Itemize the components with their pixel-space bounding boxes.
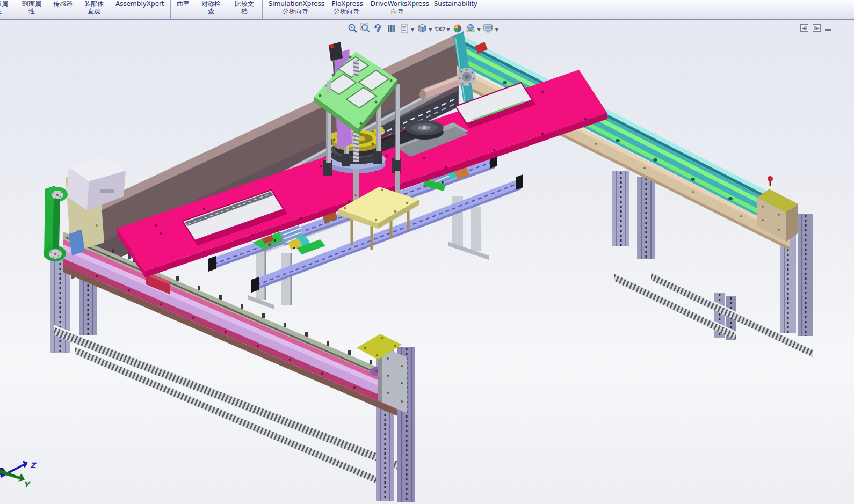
toolbar-item-assemblyxpert[interactable]: AssemblyXpert: [111, 0, 169, 8]
toolbar-item-section-properties[interactable]: 剖面属性: [15, 0, 48, 15]
view-orientation-icon[interactable]: [399, 23, 410, 34]
orientation-triad: Z Y: [0, 461, 37, 489]
minimize-icon[interactable]: [825, 29, 831, 31]
section-view-icon[interactable]: [386, 23, 397, 34]
collapse-right-pane-icon[interactable]: 0►: [813, 24, 821, 32]
dropdown-arrow[interactable]: ▼: [495, 27, 498, 32]
view-settings-icon[interactable]: [483, 23, 494, 34]
zoom-to-area-icon[interactable]: [360, 23, 371, 34]
previous-view-icon[interactable]: [373, 23, 384, 34]
dropdown-arrow[interactable]: ▼: [429, 27, 432, 32]
zoom-to-fit-icon[interactable]: [347, 23, 358, 34]
command-toolbar: 质量属性 剖面属性 传感器 装配体直观 AssemblyXpert 曲率 对称检…: [0, 0, 854, 20]
heads-up-view-toolbar: ▼ ▼ ▼ ▼ ▼: [347, 23, 499, 34]
toolbar-item-assembly-visualization[interactable]: 装配体直观: [77, 0, 111, 15]
toolbar-item-simulationxpress[interactable]: SimulationXpress 分析向导: [264, 0, 327, 15]
toolbar-item-floxpress[interactable]: FloXpress 分析向导: [327, 0, 366, 15]
collapse-left-pane-icon[interactable]: ◄0: [800, 24, 808, 32]
toolbar-item-mass-properties[interactable]: 质量属性: [0, 0, 15, 15]
triad-z-label: Z: [30, 461, 37, 470]
toolbar-item-sensor[interactable]: 传感器: [48, 0, 77, 8]
dropdown-arrow[interactable]: ▼: [477, 27, 480, 32]
assembly-3d-view[interactable]: Z Y: [0, 20, 854, 504]
display-style-icon[interactable]: [416, 23, 428, 34]
toolbar-item-curvature[interactable]: 曲率: [172, 0, 194, 8]
dropdown-arrow[interactable]: ▼: [411, 27, 414, 32]
toolbar-item-compare-documents[interactable]: 比较文档: [228, 0, 261, 15]
pane-controls: ◄0 0►: [800, 24, 831, 32]
hide-show-items-icon[interactable]: [434, 23, 445, 34]
toolbar-item-symmetry-check[interactable]: 对称检查: [194, 0, 228, 15]
toolbar-separator: [170, 0, 171, 19]
toolbar-item-driveworksxpress[interactable]: DriveWorksXpress 向导: [366, 0, 429, 15]
dropdown-arrow[interactable]: ▼: [446, 27, 450, 32]
triad-y-label: Y: [24, 480, 31, 489]
toolbar-separator: [262, 0, 263, 19]
graphics-area[interactable]: Z Y: [0, 20, 854, 504]
toolbar-item-sustainability[interactable]: Sustainability: [429, 0, 482, 8]
apply-scene-icon[interactable]: [465, 23, 476, 34]
edit-appearance-icon[interactable]: [452, 23, 463, 34]
